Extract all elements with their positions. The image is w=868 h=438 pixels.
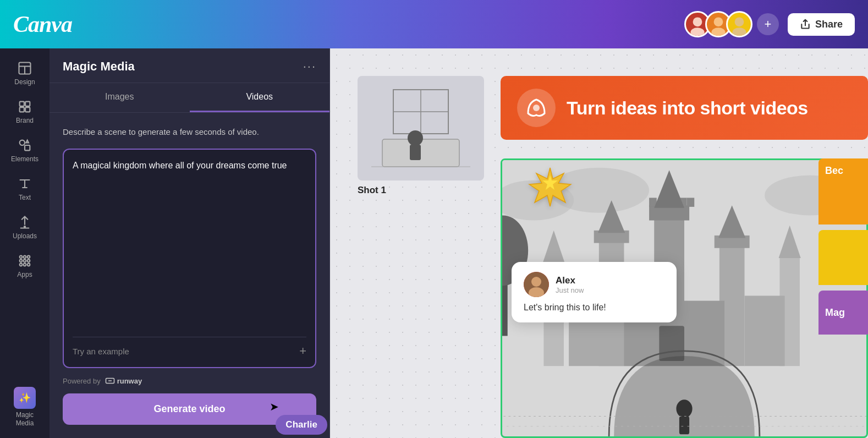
tab-images[interactable]: Images (50, 83, 190, 112)
comment-avatar (524, 272, 549, 297)
sidebar-item-design[interactable]: Design (3, 55, 47, 91)
panel-header: Magic Media ··· (50, 48, 329, 83)
svg-point-63 (676, 399, 692, 418)
svg-rect-60 (745, 295, 785, 366)
layout-icon (17, 61, 32, 76)
svg-point-5 (732, 28, 746, 37)
svg-point-2 (714, 17, 723, 26)
powered-by-section: Powered by runway (63, 376, 316, 386)
magic-media-panel: Magic Media ··· Images Videos Describe a… (50, 48, 330, 438)
svg-point-21 (28, 260, 30, 262)
sidebar-item-brand[interactable]: Brand (3, 94, 47, 130)
magic-media-thumb: ✨ (14, 387, 36, 409)
avatar-user-3 (726, 11, 752, 37)
comment-name: Alex (556, 275, 584, 286)
svg-point-0 (693, 17, 702, 26)
shot1-image (358, 76, 484, 180)
right-partial-label-1: Bec (825, 165, 843, 177)
sidebar-item-text[interactable]: Text (3, 171, 47, 207)
comment-text: Let's bring this to life! (524, 303, 664, 313)
shot1-label: Shot 1 (358, 185, 484, 196)
svg-point-30 (408, 130, 423, 146)
icon-sidebar: Design Brand Elements Text Uploads (0, 48, 50, 438)
brand-icon (17, 99, 32, 114)
generate-btn-wrapper: Generate video ➤ Charlie (63, 393, 316, 425)
try-example-label: Try an example (73, 347, 129, 356)
text-icon (17, 176, 32, 191)
panel-description: Describe a scene to generate a few secon… (63, 126, 316, 139)
svg-point-20 (24, 260, 26, 262)
try-example-row: Try an example + (73, 337, 306, 358)
svg-point-4 (735, 17, 744, 26)
svg-rect-14 (25, 145, 30, 150)
panel-content: Describe a scene to generate a few secon… (50, 113, 329, 438)
star-badge (528, 165, 572, 218)
right-partial-card-3: Mag (818, 291, 868, 335)
try-example-plus-icon[interactable]: + (299, 344, 306, 358)
comment-time: Just now (556, 286, 584, 294)
panel-title: Magic Media (63, 59, 135, 74)
svg-point-15 (24, 226, 25, 227)
main-layout: Design Brand Elements Text Uploads (0, 48, 868, 438)
share-icon (800, 19, 811, 30)
avatar-group: + (684, 11, 779, 37)
canva-logo: Canva (13, 11, 72, 37)
panel-menu-button[interactable]: ··· (303, 59, 316, 74)
comment-bubble: Alex Just now Let's bring this to life! (512, 262, 677, 322)
topbar-right: + Share (684, 11, 855, 37)
tab-videos[interactable]: Videos (190, 83, 330, 112)
banner-text: Turn ideas into short videos (567, 97, 808, 119)
svg-point-1 (690, 28, 704, 37)
sidebar-item-uploads[interactable]: Uploads (3, 209, 47, 245)
comment-user-info: Alex Just now (524, 272, 664, 297)
shot1-card: Shot 1 (358, 76, 484, 196)
right-partial-card-1: Bec (818, 158, 868, 225)
tab-bar: Images Videos (50, 83, 329, 113)
svg-rect-12 (25, 107, 30, 112)
svg-rect-62 (659, 326, 684, 361)
canvas-area: Shot 1 Turn ideas into short videos (330, 48, 868, 438)
sidebar-item-magic-media[interactable]: ✨ Magic Media (3, 382, 47, 431)
comment-user-details: Alex Just now (556, 275, 584, 294)
cursor-icon: ➤ (270, 400, 279, 413)
svg-rect-11 (20, 107, 24, 112)
share-button[interactable]: Share (788, 13, 855, 36)
svg-point-3 (711, 28, 725, 37)
apps-icon (17, 253, 32, 269)
add-collaborator-button[interactable]: + (757, 13, 779, 35)
svg-point-69 (531, 277, 541, 287)
topbar: Canva + Share (0, 0, 868, 48)
uploads-icon (17, 215, 32, 230)
svg-point-19 (20, 260, 23, 262)
right-partial-card-2 (818, 230, 868, 285)
svg-point-33 (533, 105, 540, 111)
svg-point-16 (20, 256, 23, 259)
runway-logo: runway (105, 376, 142, 386)
svg-rect-10 (25, 102, 30, 106)
banner-brand-icon (517, 89, 556, 127)
charlie-badge: Charlie (276, 415, 327, 435)
svg-point-18 (28, 256, 30, 259)
svg-rect-64 (679, 416, 689, 434)
shot1-sketch (360, 79, 481, 178)
svg-point-24 (28, 264, 30, 266)
star-icon (528, 165, 572, 209)
svg-point-13 (20, 140, 25, 145)
sidebar-item-elements[interactable]: Elements (3, 132, 47, 168)
prompt-textarea-wrapper: Try an example + (63, 149, 316, 369)
sidebar-item-apps[interactable]: Apps (3, 248, 47, 284)
svg-point-17 (24, 256, 26, 259)
svg-rect-9 (20, 102, 24, 106)
elements-icon (17, 138, 32, 153)
runway-icon (105, 376, 115, 386)
orange-banner: Turn ideas into short videos (501, 76, 868, 140)
svg-rect-31 (410, 145, 421, 160)
prompt-textarea[interactable] (73, 158, 306, 328)
svg-point-23 (24, 264, 26, 266)
svg-point-22 (20, 264, 23, 266)
svg-rect-47 (687, 198, 695, 206)
